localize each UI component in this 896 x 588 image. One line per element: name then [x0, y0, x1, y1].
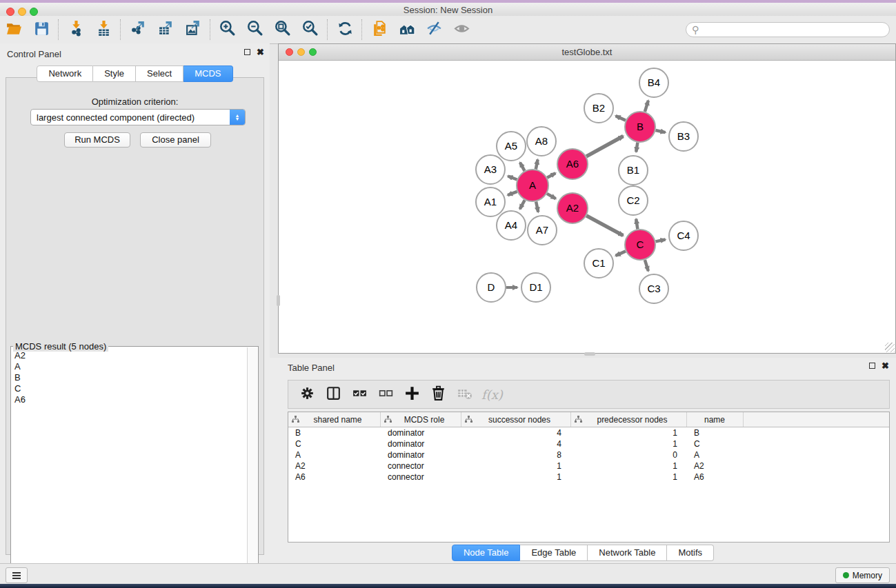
import-table-icon — [95, 20, 112, 39]
node-A1[interactable]: A1 — [476, 187, 505, 216]
zoom-out-button[interactable] — [241, 18, 269, 41]
deselect-all-button[interactable] — [372, 383, 399, 406]
node-A6[interactable]: A6 — [557, 149, 588, 179]
table-row[interactable]: Cdominator41C — [288, 438, 889, 449]
export-image-button[interactable] — [179, 18, 207, 41]
node-A2[interactable]: A2 — [557, 193, 588, 223]
first-neighbors-button[interactable] — [393, 18, 421, 41]
result-list-item[interactable]: A6 — [12, 394, 247, 405]
column-header-name[interactable]: name — [687, 412, 744, 427]
svg-text:B: B — [637, 121, 644, 132]
result-list-item[interactable]: A2 — [12, 350, 247, 361]
edge-A2-C — [586, 216, 623, 236]
node-D1[interactable]: D1 — [521, 273, 550, 302]
column-header-predecessor-nodes[interactable]: predecessor nodes — [571, 412, 687, 427]
column-layout-button[interactable] — [320, 383, 346, 406]
result-list-item[interactable]: A — [12, 361, 247, 372]
application-window: Session: New Session ⚲ Control Panel ✖ N… — [0, 0, 896, 588]
node-A4[interactable]: A4 — [497, 211, 526, 240]
cell-MCDS-role: dominator — [381, 427, 461, 438]
result-list-item[interactable]: B — [12, 372, 247, 383]
node-D[interactable]: D — [477, 273, 506, 302]
float-panel-icon[interactable] — [244, 49, 250, 55]
result-list-scrollbar[interactable] — [247, 347, 257, 582]
select-all-icon — [351, 385, 368, 404]
close-panel-button[interactable]: Close panel — [140, 132, 211, 148]
edge-A-A4 — [520, 200, 525, 209]
node-C[interactable]: C — [625, 230, 655, 260]
network-from-selection-button[interactable] — [366, 18, 393, 41]
tab-motifs[interactable]: Motifs — [667, 545, 714, 561]
table-row[interactable]: A6connector11A6 — [288, 472, 889, 483]
node-A5[interactable]: A5 — [497, 132, 526, 161]
node-A3[interactable]: A3 — [476, 155, 505, 184]
node-B2[interactable]: B2 — [584, 94, 613, 123]
table-row[interactable]: Adominator80A — [288, 449, 889, 460]
float-table-panel-icon[interactable] — [869, 363, 875, 369]
import-network-button[interactable] — [62, 18, 90, 41]
node-A8[interactable]: A8 — [527, 127, 556, 156]
column-header-MCDS-role[interactable]: MCDS role — [381, 412, 461, 427]
tab-edge-table[interactable]: Edge Table — [520, 545, 588, 561]
node-A7[interactable]: A7 — [528, 216, 557, 245]
tab-network[interactable]: Network — [37, 65, 93, 82]
table-settings-button[interactable] — [294, 383, 320, 406]
network-canvas[interactable]: A A1 A2 A3 A4 A5 A6 A7 A8 B B1 B2 B3 — [279, 61, 895, 353]
edge-A6-B — [586, 136, 623, 156]
function-builder-button[interactable]: f(x) — [481, 387, 503, 402]
open-file-button[interactable] — [0, 18, 28, 41]
tab-mcds[interactable]: MCDS — [183, 65, 232, 82]
status-bar: Memory — [0, 563, 896, 585]
result-list-item[interactable]: C — [12, 383, 247, 394]
node-C2[interactable]: C2 — [619, 186, 648, 215]
select-all-button[interactable] — [346, 383, 372, 406]
add-column-button[interactable] — [399, 383, 425, 406]
table-row[interactable]: A2connector11A2 — [288, 460, 889, 472]
horizontal-scroll-nub[interactable] — [584, 352, 595, 356]
zoom-selected-button[interactable] — [297, 18, 324, 41]
show-all-button[interactable] — [448, 18, 476, 41]
criterion-dropdown[interactable]: largest connected component (directed) ▲… — [30, 109, 246, 125]
close-panel-icon[interactable]: ✖ — [257, 49, 264, 55]
control-panel-tabs: NetworkStyleSelectMCDS — [0, 65, 270, 82]
memory-button[interactable]: Memory — [835, 567, 890, 583]
zoom-in-button[interactable] — [214, 18, 241, 41]
delete-column-button[interactable] — [425, 383, 451, 406]
tab-style[interactable]: Style — [93, 65, 136, 82]
node-B1[interactable]: B1 — [619, 156, 648, 185]
hide-selected-button[interactable] — [421, 18, 448, 41]
svg-text:A8: A8 — [535, 135, 548, 147]
node-B3[interactable]: B3 — [669, 122, 698, 151]
search-input[interactable] — [701, 24, 889, 35]
export-network-button[interactable] — [124, 18, 152, 41]
task-history-button[interactable] — [6, 567, 28, 583]
tab-select[interactable]: Select — [136, 65, 183, 82]
main-toolbar: ⚲ — [0, 16, 896, 44]
node-A[interactable]: A — [517, 170, 548, 201]
delete-table-button[interactable] — [451, 383, 477, 406]
export-table-button[interactable] — [152, 18, 179, 41]
deselect-all-icon — [377, 385, 395, 404]
run-mcds-button[interactable]: Run MCDS — [64, 132, 130, 148]
save-session-button[interactable] — [28, 18, 55, 41]
cell-name: C — [687, 438, 744, 449]
vertical-scroll-nub[interactable] — [277, 295, 280, 306]
node-C3[interactable]: C3 — [639, 274, 668, 303]
svg-text:B1: B1 — [627, 164, 639, 176]
node-B[interactable]: B — [625, 112, 655, 142]
column-header-successor-nodes[interactable]: successor nodes — [461, 412, 571, 427]
node-C4[interactable]: C4 — [669, 221, 698, 250]
column-header-shared-name[interactable]: shared name — [288, 412, 381, 427]
node-C1[interactable]: C1 — [584, 249, 613, 278]
resize-grip[interactable] — [885, 343, 895, 352]
tab-network-table[interactable]: Network Table — [588, 545, 667, 561]
import-table-button[interactable] — [90, 18, 117, 41]
node-B4[interactable]: B4 — [639, 68, 668, 97]
close-table-panel-icon[interactable]: ✖ — [882, 363, 889, 369]
zoom-fit-button[interactable] — [269, 18, 297, 41]
tab-node-table[interactable]: Node Table — [452, 545, 521, 561]
table-row[interactable]: Bdominator41B — [288, 427, 889, 438]
refresh-button[interactable] — [331, 18, 359, 41]
search-field[interactable]: ⚲ — [686, 22, 890, 37]
add-column-icon — [404, 385, 421, 404]
